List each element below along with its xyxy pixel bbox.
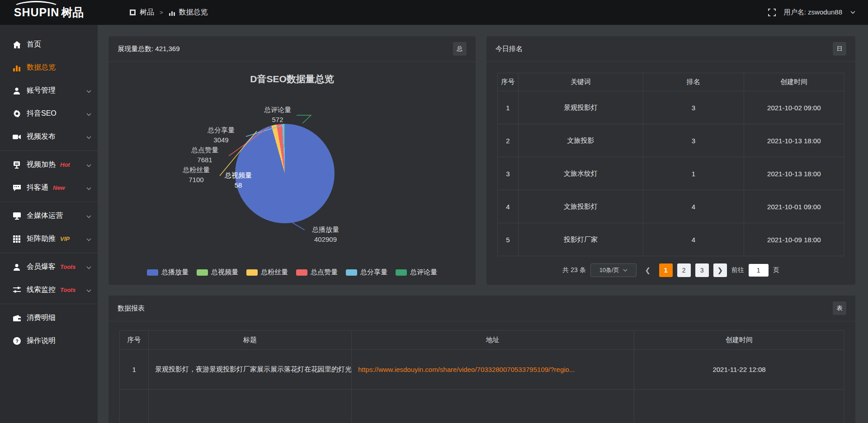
chart-title: D音SEO数据量总览 xyxy=(108,73,476,85)
sidebar-divider xyxy=(0,304,98,304)
table-row: 3文旅水纹灯12021-10-13 18:00 xyxy=(498,157,844,190)
legend-item-fans[interactable]: 总粉丝量 xyxy=(246,268,288,277)
sidebar-item-help[interactable]: ? 操作说明 xyxy=(0,329,98,352)
legend-swatch xyxy=(197,269,208,276)
pie-label-likes: 总点赞量7681 xyxy=(181,145,229,165)
col-header-title: 标题 xyxy=(149,331,352,350)
chevron-down-icon xyxy=(86,87,91,95)
pagination-total: 共 23 条 xyxy=(562,266,585,274)
breadcrumb-root[interactable]: 树品 xyxy=(140,8,154,17)
fullscreen-icon[interactable] xyxy=(768,9,776,16)
legend-swatch xyxy=(396,269,407,276)
breadcrumb-current: 数据总览 xyxy=(179,8,208,17)
table-row: 4文旅投影灯42021-10-01 09:00 xyxy=(498,190,844,223)
page-size-select[interactable]: 10条/页 xyxy=(590,263,637,277)
sidebar-item-member-tools[interactable]: 会员爆客 Tools xyxy=(0,255,98,278)
total-badge-button[interactable]: 总 xyxy=(453,42,467,56)
chevron-down-icon xyxy=(86,263,91,271)
sidebar-item-matrix-boost[interactable]: 矩阵助推 VIP xyxy=(0,227,98,250)
member-icon xyxy=(13,263,21,271)
chevron-down-icon xyxy=(86,110,91,118)
breadcrumb-separator: > xyxy=(160,9,163,16)
sidebar-divider xyxy=(0,253,98,253)
table-row: 1景观投影灯32021-10-02 09:00 xyxy=(498,91,844,124)
chevron-down-icon[interactable] xyxy=(850,11,855,14)
sidebar-item-video-heat[interactable]: 视频加热 Hot xyxy=(0,153,98,176)
table-badge-button[interactable]: 表 xyxy=(833,301,846,315)
legend-swatch xyxy=(346,269,357,276)
pie-label-shares: 总分享量3049 xyxy=(197,125,245,145)
chevron-down-icon xyxy=(86,161,91,169)
bar-chart-icon xyxy=(169,9,175,16)
legend-item-shares[interactable]: 总分享量 xyxy=(346,268,387,277)
ranking-title: 今日排名 xyxy=(495,45,523,53)
page-button-1[interactable]: 1 xyxy=(659,263,673,277)
main-content: 抖音seo数据 全媒体运营数据 询盘数据 展现量总数: 421,369 总 D音… xyxy=(98,0,868,423)
heat-screen-icon xyxy=(13,161,21,169)
report-row-link[interactable]: https://www.iesdouyin.com/share/video/70… xyxy=(358,366,575,373)
legend-item-videos[interactable]: 总视频量 xyxy=(197,268,238,277)
col-header-created: 创建时间 xyxy=(634,331,844,350)
app-logo: SHUPIN 树品 xyxy=(0,0,98,25)
today-ranking-panel: 今日排名 日 序号 关键词 排名 创建时间 1景观投影灯32021-10-02 … xyxy=(486,36,855,285)
sidebar-item-douyin-seo[interactable]: 抖音SEO xyxy=(0,102,98,125)
goto-label: 前往 xyxy=(731,266,744,274)
chevron-down-icon xyxy=(86,212,91,220)
logo-text-cn: 树品 xyxy=(61,5,84,20)
col-header-index: 序号 xyxy=(120,331,149,350)
sidebar-item-consume-detail[interactable]: 消费明细 xyxy=(0,306,98,329)
grid-icon xyxy=(13,235,21,243)
prev-page-button[interactable]: ❮ xyxy=(641,263,655,277)
sidebar-item-account[interactable]: 账号管理 xyxy=(0,79,98,102)
chat-icon xyxy=(13,184,21,191)
page-button-3[interactable]: 3 xyxy=(695,263,709,277)
pie-chart-area: D音SEO数据量总览 总评论量572 总分享量3049 总点赞量7681 xyxy=(108,62,476,285)
table-row xyxy=(120,390,844,423)
chevron-down-icon xyxy=(86,286,91,294)
col-header-rank: 排名 xyxy=(643,73,744,91)
legend-swatch xyxy=(147,269,158,276)
chart-legend: 总播放量 总视频量 总粉丝量 总点赞量 总分享量 总评论量 xyxy=(108,268,476,277)
table-row: 1 景观投影灯，夜游景观投影灯厂家展示展示落花灯在花园里的灯光投影应用效果 # … xyxy=(120,350,844,390)
col-header-index: 序号 xyxy=(498,73,519,91)
goto-page-input[interactable] xyxy=(749,264,769,277)
app-square-icon xyxy=(129,9,136,16)
sidebar-item-clue-monitor[interactable]: 线索监控 Tools xyxy=(0,278,98,301)
sidebar-item-doukeutong[interactable]: 抖客通 New xyxy=(0,176,98,199)
legend-item-comments[interactable]: 总评论量 xyxy=(396,268,437,277)
sidebar: 首页 数据总览 账号管理 抖音SEO 视频发布 视频加热 Hot 抖客通 New… xyxy=(0,25,98,423)
table-row: 2文旅投影32021-10-13 18:00 xyxy=(498,124,844,157)
col-header-url: 地址 xyxy=(351,331,634,350)
sidebar-item-data-overview[interactable]: 数据总览 xyxy=(0,56,98,79)
pie-label-comments: 总评论量572 xyxy=(260,105,295,125)
sidebar-divider xyxy=(0,202,98,202)
impressions-total-label: 展现量总数: 421,369 xyxy=(118,45,180,53)
sidebar-item-video-publish[interactable]: 视频发布 xyxy=(0,125,98,148)
report-row-title: 景观投影灯，夜游景观投影灯厂家展示展示落花灯在花园里的灯光投影应用效果 # xyxy=(149,350,352,390)
bar-chart-icon xyxy=(13,64,21,71)
report-title: 数据报表 xyxy=(118,304,145,313)
username-label[interactable]: 用户名: zswodun88 xyxy=(784,8,842,17)
col-header-created: 创建时间 xyxy=(744,73,844,91)
chevron-down-icon xyxy=(86,235,91,243)
day-badge-button[interactable]: 日 xyxy=(833,42,846,56)
hot-badge: Hot xyxy=(60,161,70,168)
top-bar: SHUPIN 树品 树品 > 数据总览 用户名: zswodun88 xyxy=(0,0,868,25)
chevron-down-icon xyxy=(86,133,91,141)
breadcrumb: 树品 > 数据总览 xyxy=(129,8,208,17)
legend-item-plays[interactable]: 总播放量 xyxy=(147,268,189,277)
pie-label-plays: 总播放量402909 xyxy=(302,225,349,244)
sidebar-item-media-ops[interactable]: 全媒体运营 xyxy=(0,204,98,227)
sidebar-item-home[interactable]: 首页 xyxy=(0,33,98,56)
pie-label-fans: 总粉丝量7100 xyxy=(173,165,220,185)
goto-unit: 页 xyxy=(773,266,779,274)
next-page-button[interactable]: ❯ xyxy=(713,263,727,277)
legend-item-likes[interactable]: 总点赞量 xyxy=(296,268,338,277)
data-report-panel: 数据报表 表 序号 标题 地址 创建时间 1 景观投影灯，夜游景观投影灯厂家展示… xyxy=(108,296,855,423)
chevron-down-icon xyxy=(86,184,91,192)
camera-icon xyxy=(13,134,21,140)
question-icon: ? xyxy=(13,337,21,345)
legend-swatch xyxy=(246,269,258,276)
page-button-2[interactable]: 2 xyxy=(677,263,691,277)
vip-badge: VIP xyxy=(60,235,70,242)
